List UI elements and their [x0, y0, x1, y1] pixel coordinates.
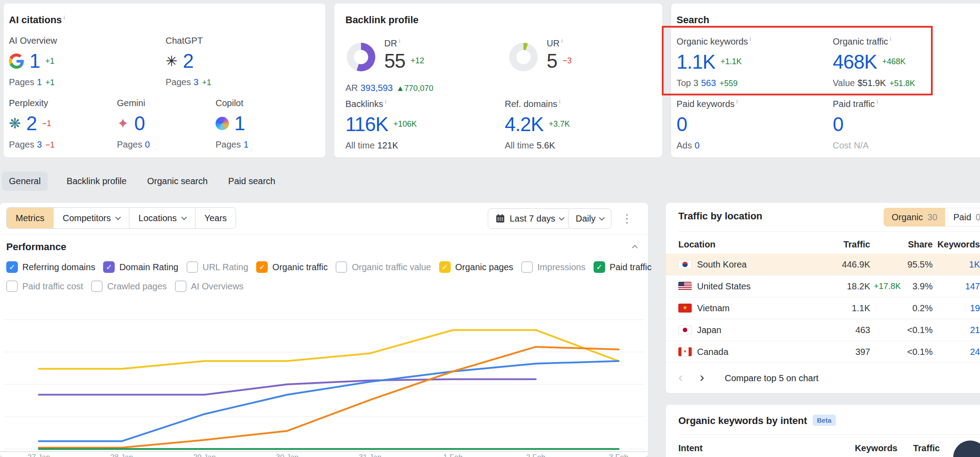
metric-value-link[interactable]: 1 [234, 112, 245, 135]
checkbox-url-rating[interactable]: URL Rating [187, 261, 249, 273]
metric-organic-keywords: Organic keywordsi 1.1K +1.1K Top 3563+55… [677, 36, 751, 88]
performance-card: Metrics Competitors Locations Years Last… [0, 203, 648, 457]
metric-paid-keywords: Paid keywordsi 0 Ads0 [677, 98, 738, 151]
backlinks-value-link[interactable]: 116K [345, 113, 388, 136]
metric-value-link[interactable]: 2 [183, 50, 193, 72]
checkbox-icon [336, 261, 347, 273]
pages-value-link[interactable]: 1 [244, 140, 249, 149]
next-page-arrow-icon[interactable]: › [700, 371, 704, 384]
competitors-filter-button[interactable]: Competitors [53, 208, 129, 228]
checkbox-paid-traffic[interactable]: ✓Paid traffic [594, 261, 652, 273]
info-icon[interactable]: i [399, 37, 400, 44]
metric-label: ChatGPT [166, 36, 211, 46]
chatgpt-icon: ✳ [166, 54, 178, 68]
pages-value-link[interactable]: 0 [145, 140, 150, 149]
checkbox-referring-domains[interactable]: ✓Referring domains [6, 261, 95, 273]
chevron-down-icon [115, 214, 121, 220]
ar-row: AR393,593▲770,070 [345, 83, 433, 93]
keywords-by-intent-title-text: Organic keywords by intent [678, 415, 807, 426]
ar-value-link[interactable]: 393,593 [361, 83, 393, 93]
info-icon[interactable]: i [876, 98, 878, 105]
compare-top5-link[interactable]: Compare top 5 on chart [725, 373, 818, 383]
paid-traffic-value-link[interactable]: 0 [833, 113, 843, 136]
date-range-button[interactable]: Last 7 days [488, 208, 571, 229]
checkbox-label: Crawled pages [107, 281, 166, 292]
metric-value-link[interactable]: 1 [29, 50, 40, 72]
location-table-header: Location Traffic Share Keywords [666, 235, 980, 254]
info-icon[interactable]: i [561, 37, 563, 44]
table-row-japan[interactable]: Japan 463 <0.1% 21 [666, 319, 980, 341]
checkbox-organic-traffic[interactable]: ✓Organic traffic [256, 261, 328, 273]
ur-donut-chart [509, 43, 538, 71]
flag-japan-icon [678, 325, 692, 334]
pages-value-link[interactable]: 3 [37, 140, 42, 149]
table-row-south-korea[interactable]: South Korea 446.9K 95.5% 1K [666, 254, 980, 276]
checkbox-ai-overviews[interactable]: AI Overviews [175, 280, 244, 292]
metric-value-link[interactable]: 2 [26, 112, 37, 135]
pages-value-link[interactable]: 3 [194, 77, 199, 87]
performance-line-chart[interactable]: 27 Jan28 Jan29 Jan30 Jan31 Jan1 Feb2 Feb… [0, 292, 648, 457]
collapse-chevron-icon[interactable] [632, 245, 638, 251]
search-card: Search Organic keywordsi 1.1K +1.1K Top … [671, 4, 980, 157]
checkbox-organic-pages[interactable]: ✓Organic pages [439, 261, 513, 273]
metric-value-link[interactable]: 0 [134, 112, 145, 135]
locations-filter-button[interactable]: Locations [129, 208, 195, 228]
organic-traffic-delta: +468K [882, 57, 906, 66]
share-value: 0.2% [912, 303, 933, 313]
checkbox-domain-rating[interactable]: ✓Domain Rating [103, 261, 178, 273]
ref-domains-delta: +3.7K [549, 119, 570, 129]
keywords-value-link[interactable]: 19 [953, 303, 980, 313]
chevron-down-icon [599, 215, 605, 221]
flag-vietnam-icon [678, 304, 692, 313]
toggle-organic[interactable]: Organic30 [884, 208, 945, 226]
table-row-vietnam[interactable]: Vietnam 1.1K 0.2% 19 [666, 297, 980, 319]
backlinks-delta: +106K [394, 119, 417, 129]
keywords-value-link[interactable]: 24 [953, 347, 980, 357]
paid-keywords-value-link[interactable]: 0 [677, 113, 687, 136]
pages-label: Pages [216, 140, 241, 149]
ai-citations-card: AI citationsi AI Overview 1 +1 Pages1+1 … [4, 4, 325, 157]
checkbox-organic-traffic-value[interactable]: Organic traffic value [336, 261, 431, 273]
table-row-united-states[interactable]: United States 18.2K+17.8K 3.9% 147+92 [666, 276, 980, 297]
top3-value-link[interactable]: 563 [701, 78, 716, 88]
more-options-kebab-icon[interactable]: ⋮ [621, 213, 633, 224]
tab-organic-search[interactable]: Organic search [145, 172, 210, 191]
column-share: Share [870, 239, 933, 250]
intent-table-header: Intent Keywords Traffic [666, 439, 980, 457]
metric-delta: −1 [42, 119, 51, 128]
info-icon[interactable]: i [890, 36, 891, 42]
keywords-value-link[interactable]: 21 [953, 325, 980, 335]
ref-domains-value-link[interactable]: 4.2K [505, 113, 544, 136]
tab-general[interactable]: General [2, 172, 48, 191]
organic-keywords-value-link[interactable]: 1.1K [677, 51, 715, 73]
table-row-canada[interactable]: Canada 397 <0.1% 24 [666, 341, 980, 363]
pages-label: Pages [9, 77, 34, 87]
info-icon[interactable]: i [736, 98, 738, 105]
checkbox-crawled-pages[interactable]: Crawled pages [91, 280, 166, 292]
info-icon[interactable]: i [750, 36, 751, 42]
toggle-paid[interactable]: Paid0 [945, 208, 980, 226]
metric-label: Perplexity [9, 98, 54, 108]
traffic-value: 463 [855, 325, 870, 335]
granularity-button[interactable]: Daily [568, 208, 611, 229]
keywords-value-link[interactable]: 1K [953, 259, 980, 270]
ads-value-link[interactable]: 0 [694, 140, 699, 150]
metrics-filter-button[interactable]: Metrics [7, 208, 53, 228]
tab-paid-search[interactable]: Paid search [226, 172, 277, 191]
section-tab-bar: General Backlink profile Organic search … [2, 172, 277, 191]
info-icon[interactable]: i [559, 98, 561, 105]
dr-label: DR [384, 38, 397, 48]
pages-value-link[interactable]: 1 [37, 77, 42, 87]
prev-page-arrow-icon[interactable]: ‹ [678, 371, 683, 384]
info-icon[interactable]: i [385, 98, 386, 105]
info-icon[interactable]: i [64, 14, 65, 21]
toggle-paid-label: Paid [953, 212, 971, 222]
organic-traffic-value-link[interactable]: 468K [833, 51, 877, 73]
checkbox-icon: ✓ [256, 261, 268, 273]
checkbox-paid-traffic-cost[interactable]: Paid traffic cost [6, 280, 83, 292]
checkbox-impressions[interactable]: Impressions [521, 261, 586, 273]
tab-backlink-profile[interactable]: Backlink profile [65, 172, 129, 191]
keywords-value-link[interactable]: 147+92 [953, 281, 980, 292]
years-filter-button[interactable]: Years [195, 208, 236, 228]
backlinks-label: Backlinks [345, 99, 383, 109]
